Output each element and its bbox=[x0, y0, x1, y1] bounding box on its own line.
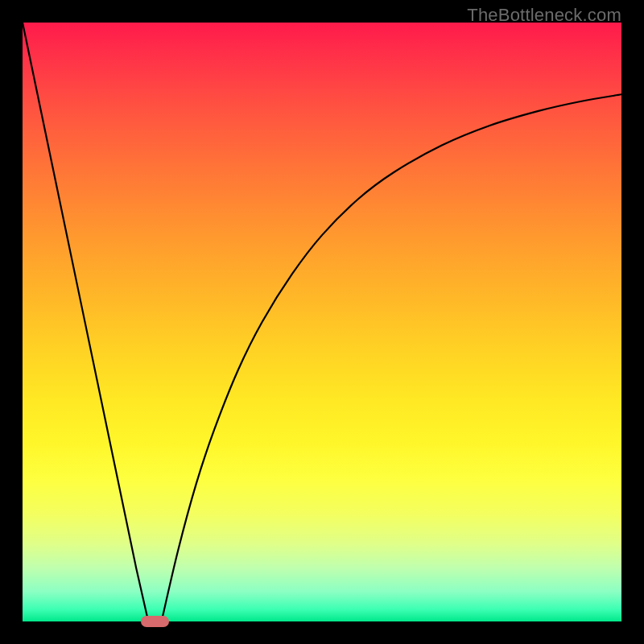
bottleneck-curve bbox=[23, 23, 621, 621]
curve-layer bbox=[23, 23, 621, 621]
chart-frame: TheBottleneck.com bbox=[0, 0, 644, 644]
optimal-point-marker bbox=[141, 616, 168, 627]
plot-area bbox=[23, 23, 621, 621]
watermark-text: TheBottleneck.com bbox=[467, 5, 621, 26]
